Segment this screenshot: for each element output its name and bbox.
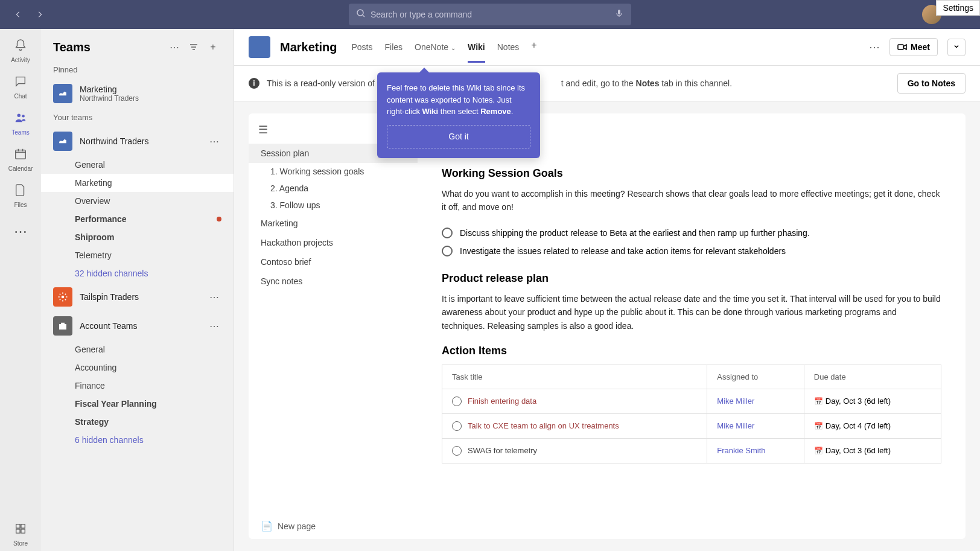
svg-rect-6 [21,524,25,527]
your-teams-label: Your teams [41,108,234,127]
nav-page-hackathon[interactable]: Hackathon projects [249,233,418,252]
svg-rect-7 [16,529,20,532]
tab-onenote[interactable]: OneNote [415,40,456,54]
svg-rect-10 [59,324,66,330]
hidden-channels-link[interactable]: 6 hidden channels [41,431,234,449]
search-box[interactable] [349,4,631,25]
channel-fiscal[interactable]: Fiscal Year Planning [41,395,234,413]
team-name: Northwind Traders [80,136,200,146]
tab-posts[interactable]: Posts [351,40,372,54]
team-northwind[interactable]: Northwind Traders ⋯ [41,127,234,156]
files-icon [14,183,27,200]
nav-section[interactable]: 2. Agenda [249,180,418,197]
action-table: Task title Assigned to Due date Finish e… [442,365,941,463]
team-more-button[interactable]: ⋯ [207,318,221,334]
tab-add-button[interactable]: + [531,40,536,54]
titlebar: — Settings [0,0,980,29]
banner-text: This is a read-only version of xxxxxxxxx… [267,78,890,88]
rail-files[interactable]: Files [4,179,37,212]
calendar-icon: 📅 [814,397,823,406]
rail-label: Store [13,540,28,547]
mic-icon[interactable] [614,8,624,21]
teams-more-button[interactable]: ⋯ [166,39,183,56]
tab-notes[interactable]: Notes [497,40,520,54]
tab-wiki[interactable]: Wiki [468,40,485,54]
channel-shiproom[interactable]: Shiproom [41,228,234,246]
channel-marketing[interactable]: Marketing [41,174,234,192]
meet-button[interactable]: Meet [889,38,938,56]
table-row[interactable]: SWAG for telemetry Frankie Smith 📅Day, O… [442,438,941,463]
task-circle[interactable] [452,421,462,431]
nav-page-marketing[interactable]: Marketing [249,214,418,233]
channel-finance[interactable]: Finance [41,377,234,395]
svg-rect-8 [21,529,25,532]
wiki-content: Session Plan Last edited: 5m ago Working… [418,113,966,539]
calendar-icon: 📅 [814,422,823,430]
tab-files[interactable]: Files [384,40,402,54]
section-heading: Working Session Goals [442,167,941,180]
nav-page-contoso[interactable]: Contoso brief [249,252,418,272]
rail-label: Teams [11,129,29,136]
assignee-link[interactable]: Mike Miller [717,421,754,430]
rail-teams[interactable]: Teams [4,106,37,140]
channel-accounting[interactable]: Accounting [41,358,234,377]
team-more-button[interactable]: ⋯ [207,133,221,150]
channel-strategy[interactable]: Strategy [41,413,234,431]
hidden-channels-link[interactable]: 32 hidden channels [41,264,234,282]
rail-chat[interactable]: Chat [4,70,37,104]
channel-overview[interactable]: Overview [41,192,234,210]
teams-add-button[interactable]: + [205,39,221,56]
col-assigned: Assigned to [707,365,804,389]
video-icon [897,42,907,52]
assignee-link[interactable]: Frankie Smith [717,446,765,455]
pinned-label: Pinned [41,60,234,79]
channel-telemetry[interactable]: Telemetry [41,246,234,264]
channel-more-button[interactable]: ⋯ [869,40,880,54]
info-banner: i This is a read-only version of xxxxxxx… [234,66,980,101]
task-circle[interactable] [452,397,462,406]
settings-tooltip: Settings [936,0,980,16]
search-input[interactable] [371,10,609,19]
check-circle[interactable] [442,228,453,238]
team-tailspin[interactable]: Tailspin Traders ⋯ [41,282,234,311]
got-it-button[interactable]: Got it [387,125,530,148]
team-name: Account Teams [80,321,200,331]
check-circle[interactable] [442,246,453,256]
nav-section[interactable]: 1. Working session goals [249,163,418,180]
team-more-button[interactable]: ⋯ [207,289,221,305]
nav-section[interactable]: 3. Follow ups [249,197,418,214]
task-circle[interactable] [452,446,462,456]
table-row[interactable]: Talk to CXE team to align on UX treatmen… [442,413,941,438]
rail-label: Files [14,202,27,208]
check-item[interactable]: Discuss shipping the product release to … [442,224,941,242]
teams-sidebar: Teams ⋯ + Pinned Marketing Northwind Tra… [41,29,234,551]
back-button[interactable] [10,6,27,23]
meet-dropdown[interactable] [947,39,966,56]
new-page-button[interactable]: 📄 New page [261,520,316,532]
channel-general[interactable]: General [41,340,234,358]
channel-title: Marketing [280,40,337,54]
table-row[interactable]: Finish entering data Mike Miller 📅Day, O… [442,389,941,413]
channel-general[interactable]: General [41,156,234,174]
forward-button[interactable] [31,6,48,23]
new-page-icon: 📄 [261,520,273,532]
teams-filter-button[interactable] [185,39,202,56]
assignee-link[interactable]: Mike Miller [717,397,754,406]
body-text: What do you want to accomplish in this m… [442,187,941,214]
nav-page-sync[interactable]: Sync notes [249,272,418,291]
channel-performance[interactable]: Performance [41,210,234,228]
chat-icon [14,75,27,92]
rail-store[interactable]: Store [4,517,37,551]
goto-notes-button[interactable]: Go to Notes [897,73,966,94]
unread-dot [217,217,221,221]
svg-rect-5 [16,524,20,527]
channel-header: Marketing Posts Files OneNote Wiki Notes… [234,29,980,66]
rail-calendar[interactable]: Calendar [4,142,37,176]
check-item[interactable]: Investigate the issues related to releas… [442,242,941,260]
pinned-team[interactable]: Marketing Northwind Traders [41,79,234,108]
team-avatar [53,316,72,336]
rail-activity[interactable]: Activity [4,34,37,68]
team-account[interactable]: Account Teams ⋯ [41,311,234,340]
teams-icon [14,111,27,128]
rail-more[interactable]: ⋯ [4,215,37,249]
